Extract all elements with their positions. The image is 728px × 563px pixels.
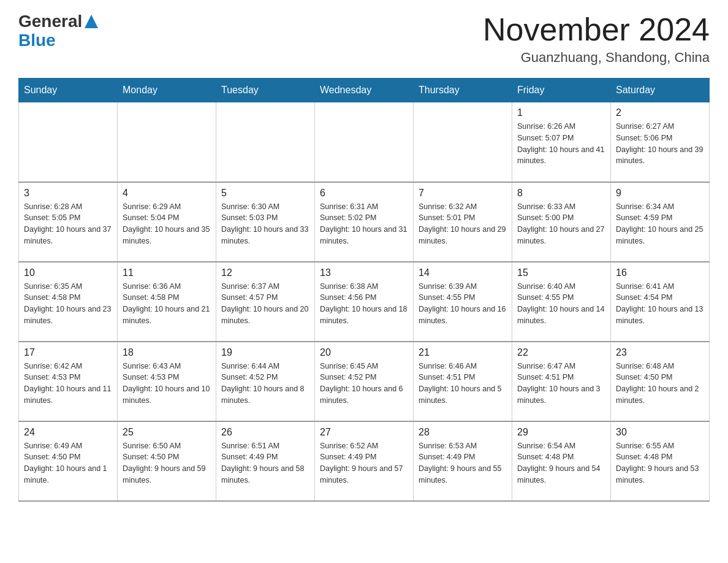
day-number: 22 (517, 347, 605, 358)
day-info: Sunrise: 6:27 AMSunset: 5:06 PMDaylight:… (616, 121, 704, 167)
calendar-cell: 11Sunrise: 6:36 AMSunset: 4:58 PMDayligh… (118, 262, 216, 342)
location-title: Guanzhuang, Shandong, China (483, 50, 710, 66)
calendar-cell: 23Sunrise: 6:48 AMSunset: 4:50 PMDayligh… (611, 342, 710, 421)
day-info: Sunrise: 6:38 AMSunset: 4:56 PMDaylight:… (320, 281, 408, 327)
day-number: 21 (419, 347, 507, 358)
logo-general-text: General (18, 13, 82, 30)
day-number: 3 (24, 188, 112, 199)
day-info: Sunrise: 6:49 AMSunset: 4:50 PMDaylight:… (24, 440, 112, 486)
calendar-cell: 15Sunrise: 6:40 AMSunset: 4:55 PMDayligh… (512, 262, 611, 342)
header-cell-sunday: Sunday (19, 79, 118, 102)
day-number: 7 (419, 188, 507, 199)
day-info: Sunrise: 6:36 AMSunset: 4:58 PMDaylight:… (123, 281, 211, 327)
calendar-cell (118, 102, 216, 182)
calendar-cell (216, 102, 315, 182)
day-info: Sunrise: 6:51 AMSunset: 4:49 PMDaylight:… (221, 440, 309, 486)
day-number: 2 (616, 107, 704, 118)
day-number: 13 (320, 267, 408, 278)
logo: General Blue (18, 12, 98, 50)
day-number: 19 (221, 347, 309, 358)
week-row-3: 10Sunrise: 6:35 AMSunset: 4:58 PMDayligh… (19, 262, 710, 342)
day-number: 30 (616, 427, 704, 438)
day-info: Sunrise: 6:39 AMSunset: 4:55 PMDaylight:… (419, 281, 507, 327)
calendar-cell (315, 102, 414, 182)
day-info: Sunrise: 6:47 AMSunset: 4:51 PMDaylight:… (517, 361, 605, 407)
day-info: Sunrise: 6:41 AMSunset: 4:54 PMDaylight:… (616, 281, 704, 327)
day-info: Sunrise: 6:28 AMSunset: 5:05 PMDaylight:… (24, 201, 112, 247)
day-number: 27 (320, 427, 408, 438)
calendar-cell: 6Sunrise: 6:31 AMSunset: 5:02 PMDaylight… (315, 182, 414, 262)
day-number: 12 (221, 267, 309, 278)
calendar-cell: 18Sunrise: 6:43 AMSunset: 4:53 PMDayligh… (118, 342, 216, 421)
day-number: 6 (320, 188, 408, 199)
day-info: Sunrise: 6:30 AMSunset: 5:03 PMDaylight:… (221, 201, 309, 247)
calendar-cell: 13Sunrise: 6:38 AMSunset: 4:56 PMDayligh… (315, 262, 414, 342)
calendar-cell: 26Sunrise: 6:51 AMSunset: 4:49 PMDayligh… (216, 421, 315, 501)
day-number: 1 (517, 107, 605, 118)
week-row-5: 24Sunrise: 6:49 AMSunset: 4:50 PMDayligh… (19, 421, 710, 501)
day-number: 28 (419, 427, 507, 438)
calendar-cell: 14Sunrise: 6:39 AMSunset: 4:55 PMDayligh… (414, 262, 512, 342)
day-number: 8 (517, 188, 605, 199)
day-info: Sunrise: 6:31 AMSunset: 5:02 PMDaylight:… (320, 201, 408, 247)
day-number: 20 (320, 347, 408, 358)
day-number: 17 (24, 347, 112, 358)
day-number: 4 (123, 188, 211, 199)
header-cell-friday: Friday (512, 79, 611, 102)
day-info: Sunrise: 6:32 AMSunset: 5:01 PMDaylight:… (419, 201, 507, 247)
calendar-cell: 20Sunrise: 6:45 AMSunset: 4:52 PMDayligh… (315, 342, 414, 421)
day-number: 25 (123, 427, 211, 438)
header-row: SundayMondayTuesdayWednesdayThursdayFrid… (19, 79, 710, 102)
logo-triangle-icon (85, 15, 98, 28)
calendar-cell: 17Sunrise: 6:42 AMSunset: 4:53 PMDayligh… (19, 342, 118, 421)
calendar-cell: 7Sunrise: 6:32 AMSunset: 5:01 PMDaylight… (414, 182, 512, 262)
calendar-cell: 24Sunrise: 6:49 AMSunset: 4:50 PMDayligh… (19, 421, 118, 501)
svg-marker-0 (85, 15, 98, 28)
calendar-cell: 21Sunrise: 6:46 AMSunset: 4:51 PMDayligh… (414, 342, 512, 421)
week-row-4: 17Sunrise: 6:42 AMSunset: 4:53 PMDayligh… (19, 342, 710, 421)
calendar-cell: 25Sunrise: 6:50 AMSunset: 4:50 PMDayligh… (118, 421, 216, 501)
calendar-cell: 12Sunrise: 6:37 AMSunset: 4:57 PMDayligh… (216, 262, 315, 342)
day-info: Sunrise: 6:46 AMSunset: 4:51 PMDaylight:… (419, 361, 507, 407)
day-number: 15 (517, 267, 605, 278)
calendar-cell: 30Sunrise: 6:55 AMSunset: 4:48 PMDayligh… (611, 421, 710, 501)
day-info: Sunrise: 6:44 AMSunset: 4:52 PMDaylight:… (221, 361, 309, 407)
day-number: 10 (24, 267, 112, 278)
day-number: 16 (616, 267, 704, 278)
calendar-cell: 22Sunrise: 6:47 AMSunset: 4:51 PMDayligh… (512, 342, 611, 421)
day-number: 24 (24, 427, 112, 438)
day-info: Sunrise: 6:52 AMSunset: 4:49 PMDaylight:… (320, 440, 408, 486)
calendar-cell: 4Sunrise: 6:29 AMSunset: 5:04 PMDaylight… (118, 182, 216, 262)
header-cell-saturday: Saturday (611, 79, 710, 102)
day-info: Sunrise: 6:53 AMSunset: 4:49 PMDaylight:… (419, 440, 507, 486)
day-number: 9 (616, 188, 704, 199)
calendar-cell: 27Sunrise: 6:52 AMSunset: 4:49 PMDayligh… (315, 421, 414, 501)
day-info: Sunrise: 6:34 AMSunset: 4:59 PMDaylight:… (616, 201, 704, 247)
header-cell-monday: Monday (118, 79, 216, 102)
calendar-cell (19, 102, 118, 182)
day-number: 23 (616, 347, 704, 358)
day-number: 29 (517, 427, 605, 438)
day-info: Sunrise: 6:54 AMSunset: 4:48 PMDaylight:… (517, 440, 605, 486)
day-number: 11 (123, 267, 211, 278)
calendar-cell: 28Sunrise: 6:53 AMSunset: 4:49 PMDayligh… (414, 421, 512, 501)
day-number: 26 (221, 427, 309, 438)
title-section: November 2024 Guanzhuang, Shandong, Chin… (483, 12, 710, 66)
header-cell-wednesday: Wednesday (315, 79, 414, 102)
calendar-table: SundayMondayTuesdayWednesdayThursdayFrid… (18, 78, 710, 502)
day-info: Sunrise: 6:26 AMSunset: 5:07 PMDaylight:… (517, 121, 605, 167)
week-row-2: 3Sunrise: 6:28 AMSunset: 5:05 PMDaylight… (19, 182, 710, 262)
header-cell-thursday: Thursday (414, 79, 512, 102)
calendar-cell: 1Sunrise: 6:26 AMSunset: 5:07 PMDaylight… (512, 102, 611, 182)
calendar-body: 1Sunrise: 6:26 AMSunset: 5:07 PMDaylight… (19, 102, 710, 501)
day-info: Sunrise: 6:48 AMSunset: 4:50 PMDaylight:… (616, 361, 704, 407)
day-info: Sunrise: 6:37 AMSunset: 4:57 PMDaylight:… (221, 281, 309, 327)
day-info: Sunrise: 6:45 AMSunset: 4:52 PMDaylight:… (320, 361, 408, 407)
day-number: 18 (123, 347, 211, 358)
calendar-cell: 16Sunrise: 6:41 AMSunset: 4:54 PMDayligh… (611, 262, 710, 342)
day-info: Sunrise: 6:55 AMSunset: 4:48 PMDaylight:… (616, 440, 704, 486)
header-cell-tuesday: Tuesday (216, 79, 315, 102)
calendar-cell (414, 102, 512, 182)
calendar-cell: 29Sunrise: 6:54 AMSunset: 4:48 PMDayligh… (512, 421, 611, 501)
day-number: 5 (221, 188, 309, 199)
